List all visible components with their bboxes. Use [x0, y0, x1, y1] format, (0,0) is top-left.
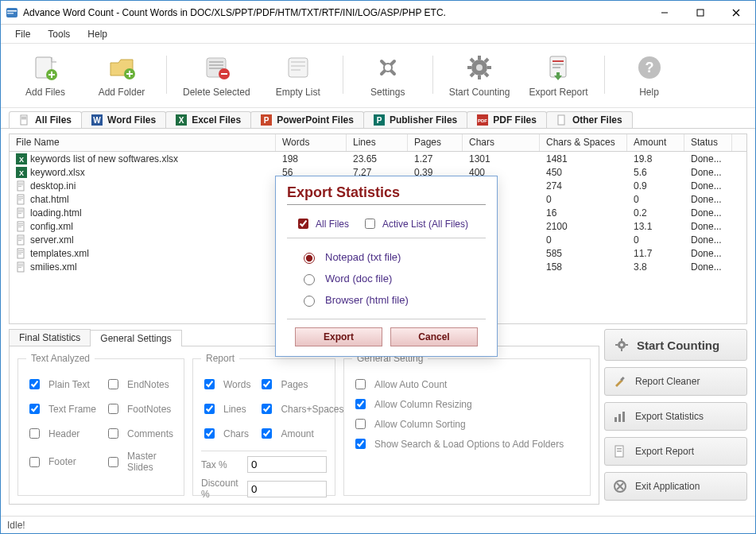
- app-icon: [6, 6, 18, 19]
- col-file-name[interactable]: File Name: [10, 134, 276, 151]
- export-report-button[interactable]: Export Report: [522, 48, 594, 101]
- tab-other-files[interactable]: Other Files: [546, 111, 633, 128]
- chk-text-frame[interactable]: Text Frame: [26, 401, 97, 416]
- add-files-button[interactable]: Add Files: [10, 48, 80, 101]
- help-button[interactable]: ? Help: [614, 48, 684, 101]
- tax-input[interactable]: [247, 456, 327, 473]
- col-chars[interactable]: Chars: [463, 134, 540, 151]
- file-type-icon: [16, 221, 27, 232]
- svg-rect-57: [18, 184, 23, 185]
- chk-column-resizing[interactable]: Allow Column Resizing: [352, 397, 582, 412]
- group-legend: Text Analyzed: [26, 353, 95, 364]
- chk-auto-count[interactable]: Allow Auto Count: [352, 377, 582, 392]
- cell-file-name: server.xml: [10, 234, 276, 246]
- export-statistics-action[interactable]: Export Statistics: [604, 402, 747, 431]
- tab-pdf-files[interactable]: PDFPDF Files: [467, 111, 547, 128]
- chk-chars-spaces[interactable]: Chars+Spaces: [258, 401, 343, 416]
- chk-footnotes[interactable]: FootNotes: [105, 401, 176, 416]
- cell-chars-spaces: 450: [540, 167, 627, 178]
- minimize-button[interactable]: [646, 2, 682, 24]
- svg-rect-95: [617, 451, 622, 452]
- svg-point-20: [384, 64, 392, 72]
- cell-status: Done...: [684, 248, 732, 259]
- svg-rect-60: [18, 196, 23, 197]
- cell-chars-spaces: 0: [540, 194, 627, 205]
- scope-active-list[interactable]: Active List (All Files): [362, 216, 468, 231]
- chk-chars[interactable]: Chars: [201, 426, 250, 441]
- chk-search-load-options[interactable]: Show Search & Load Options to Add Folder…: [352, 436, 582, 451]
- tab-powerpoint-files[interactable]: PPowerPoint Files: [250, 111, 364, 128]
- cell-amount: 19.8: [627, 153, 684, 164]
- chk-comments[interactable]: Comments: [105, 426, 176, 441]
- maximize-button[interactable]: [682, 2, 718, 24]
- chk-words[interactable]: Words: [201, 377, 250, 392]
- file-icon: [19, 114, 30, 126]
- svg-rect-77: [18, 252, 23, 253]
- menu-bar: File Tools Help: [1, 25, 755, 44]
- tab-general-settings[interactable]: General Settings: [90, 330, 181, 346]
- chk-footer[interactable]: Footer: [26, 451, 97, 473]
- cell-amount: 13.1: [627, 221, 684, 232]
- cancel-button[interactable]: Cancel: [390, 327, 478, 346]
- opt-browser[interactable]: Browser (html file): [300, 289, 483, 311]
- chk-amount[interactable]: Amount: [258, 426, 343, 441]
- svg-rect-58: [18, 186, 21, 187]
- svg-rect-38: [21, 117, 26, 118]
- tab-excel-files[interactable]: XExcel Files: [165, 111, 251, 128]
- toolbar-separator: [604, 56, 605, 94]
- opt-word[interactable]: Word (doc file): [300, 268, 483, 289]
- start-counting-action[interactable]: Start Counting: [604, 329, 747, 361]
- status-bar: Idle!: [1, 516, 755, 533]
- svg-rect-73: [18, 238, 23, 239]
- settings-button[interactable]: Settings: [353, 48, 423, 101]
- svg-rect-68: [18, 223, 23, 224]
- exit-application-action[interactable]: Exit Application: [604, 472, 747, 501]
- export-button[interactable]: Export: [295, 327, 382, 346]
- chk-header[interactable]: Header: [26, 426, 97, 441]
- col-amount[interactable]: Amount: [627, 134, 684, 151]
- discount-label: Discount %: [201, 478, 239, 500]
- tab-all-files[interactable]: All Files: [9, 111, 82, 128]
- tab-publisher-files[interactable]: PPublisher Files: [363, 111, 467, 128]
- col-status[interactable]: Status: [684, 134, 732, 151]
- report-cleaner-action[interactable]: Report Cleaner: [604, 367, 747, 396]
- start-counting-button[interactable]: Start Counting: [443, 48, 517, 101]
- menu-tools[interactable]: Tools: [40, 26, 78, 42]
- table-row[interactable]: Xkeywords list of new softwares.xlsx1982…: [10, 152, 746, 165]
- cell-status: Done...: [684, 180, 732, 192]
- discount-input[interactable]: [247, 481, 327, 497]
- svg-text:PDF: PDF: [478, 118, 487, 123]
- chk-master-slides[interactable]: Master Slides: [105, 451, 176, 473]
- col-words[interactable]: Words: [276, 134, 347, 151]
- export-report-action[interactable]: Export Report: [604, 437, 747, 466]
- add-folder-button[interactable]: Add Folder: [87, 48, 157, 101]
- cell-chars-spaces: 0: [540, 234, 627, 246]
- empty-list-icon: [282, 52, 314, 83]
- opt-notepad[interactable]: Notepad (txt file): [300, 246, 483, 268]
- delete-icon: [200, 52, 232, 83]
- chk-endnotes[interactable]: EndNotes: [105, 377, 176, 392]
- tab-final-statistics[interactable]: Final Statistics: [9, 329, 91, 346]
- cell-amount: 0.2: [627, 207, 684, 219]
- scope-all-files[interactable]: All Files: [295, 216, 349, 231]
- delete-selected-button[interactable]: Delete Selected: [176, 48, 257, 101]
- file-type-icon: X: [16, 167, 27, 178]
- menu-file[interactable]: File: [7, 26, 38, 42]
- titlebar: Advance Word Count - Count Words in DOC/…: [1, 1, 755, 25]
- svg-rect-33: [552, 64, 564, 65]
- group-general-setting: General Setting Allow Auto Count Allow C…: [343, 353, 591, 496]
- col-pages[interactable]: Pages: [408, 134, 463, 151]
- chk-lines[interactable]: Lines: [201, 401, 250, 416]
- cell-amount: 3.8: [627, 261, 684, 273]
- chk-column-sorting[interactable]: Allow Column Sorting: [352, 416, 582, 431]
- chk-pages[interactable]: Pages: [258, 377, 343, 392]
- menu-help[interactable]: Help: [79, 26, 115, 42]
- tab-word-files[interactable]: WWord Files: [81, 111, 166, 128]
- svg-rect-64: [18, 210, 23, 211]
- col-lines[interactable]: Lines: [347, 134, 408, 151]
- chk-plain-text[interactable]: Plain Text: [26, 377, 97, 392]
- toolbar-label: Export Report: [529, 87, 587, 98]
- close-button[interactable]: [718, 2, 754, 24]
- empty-list-button[interactable]: Empty List: [263, 48, 333, 101]
- col-chars-spaces[interactable]: Chars & Spaces: [540, 134, 627, 151]
